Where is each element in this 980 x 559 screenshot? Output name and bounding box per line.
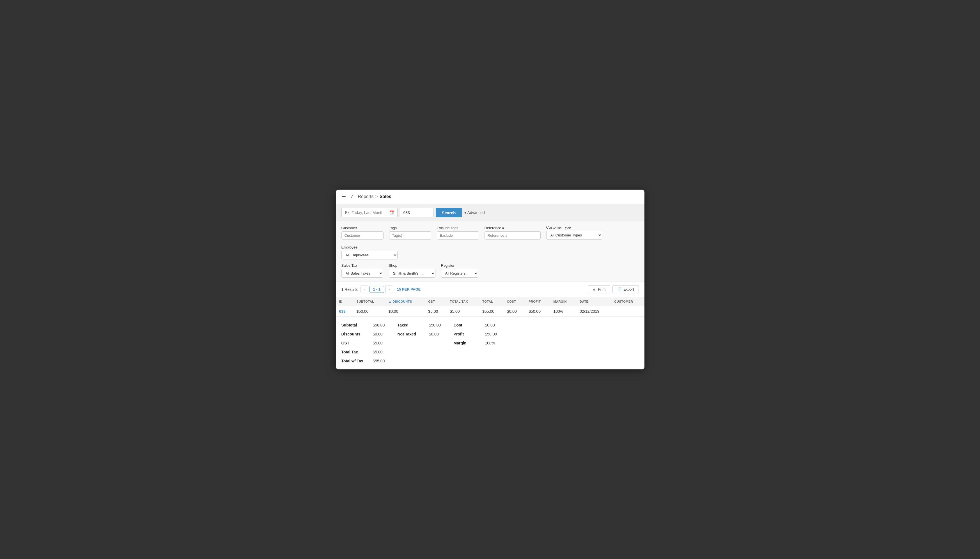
reference-filter-group: Reference # [485,226,541,240]
summary-not-taxed-value: $0.00 [429,332,439,336]
summary-total-tax-label: Total Tax [341,350,369,354]
col-date: DATE [576,297,611,306]
breadcrumb-separator: > [376,194,378,199]
cell-date: 02/12/2019 [576,306,611,317]
summary-margin-value: 100% [485,341,495,345]
pagination: ‹ 1 - 1 › [361,286,393,293]
print-button[interactable]: 🖨 Print [588,285,610,293]
summary-margin: Margin 100% [454,339,510,347]
export-icon: 📄 [617,287,622,291]
search-button[interactable]: Search [436,208,462,217]
cell-profit: $50.00 [525,306,550,317]
summary-profit-value: $50.00 [485,332,497,336]
sales-table: ID SUBTOTAL ▲ DISCOUNTS GST TOTAL TAX TO… [336,297,644,317]
calendar-icon: 📅 [389,210,394,215]
customer-type-label: Customer Type [546,225,603,230]
customer-type-select[interactable]: All Customer Types [546,231,603,240]
customer-label: Customer [341,226,384,230]
summary-total-with-tax-value: $55.00 [373,359,385,363]
col-customer: CUSTOMER [611,297,644,306]
shop-filter-group: Shop Smith & Smith's ... [389,263,435,278]
export-button[interactable]: 📄 Export [612,285,639,293]
sales-tax-label: Sales Tax [341,263,383,268]
col-gst: GST [425,297,446,306]
summary-not-taxed-label: Not Taxed [397,332,425,336]
summary-total-with-tax: Total w/ Tax $55.00 [341,357,397,365]
register-label: Register [441,263,478,268]
summary-taxed-label: Taxed [397,323,425,327]
advanced-label: Advanced [467,210,485,215]
summary-grid: Subtotal $50.00 Taxed $50.00 Cost $0.00 … [341,321,639,365]
summary-empty-2 [397,348,454,356]
summary-profit: Profit $50.00 [454,330,510,338]
next-page-button[interactable]: › [385,286,393,293]
page-current: 1 - 1 [369,286,384,293]
shop-select[interactable]: Smith & Smith's ... [389,269,435,278]
col-discounts[interactable]: ▲ DISCOUNTS [385,297,425,306]
breadcrumb-current: Sales [380,194,391,199]
date-input[interactable] [345,210,384,215]
shop-label: Shop [389,263,435,268]
exclude-tags-label: Exclude Tags [437,226,479,230]
cell-total-tax: $5.00 [447,306,479,317]
sales-tax-filter-group: Sales Tax All Sales Taxes [341,263,383,278]
col-total: TOTAL [479,297,503,306]
summary-discounts: Discounts $0.00 [341,330,397,338]
exclude-tags-input[interactable] [437,232,479,240]
reference-input[interactable] [485,232,541,240]
results-bar: 1 Results ‹ 1 - 1 › 15 PER PAGE 🖨 Print … [336,282,644,297]
summary-not-taxed: Not Taxed $0.00 [397,330,454,338]
date-input-wrapper[interactable]: 📅 [341,208,397,217]
cell-margin: 100% [550,306,576,317]
register-select[interactable]: All Registers [441,269,478,278]
cell-subtotal: $50.00 [353,306,385,317]
summary-subtotal: Subtotal $50.00 [341,321,397,329]
customer-type-filter-group: Customer Type All Customer Types [546,225,603,240]
summary-taxed: Taxed $50.00 [397,321,454,329]
logo-icon: ✓ [350,194,354,200]
summary-margin-label: Margin [454,341,482,345]
print-icon: 🖨 [593,287,596,291]
customer-filter-group: Customer [341,226,384,240]
prev-page-button[interactable]: ‹ [361,286,368,293]
cell-customer [611,306,644,317]
reference-label: Reference # [485,226,541,230]
print-label: Print [598,287,606,291]
cell-gst: $5.00 [425,306,446,317]
col-id: ID [336,297,353,306]
summary-gst: GST $5.00 [341,339,397,347]
chevron-down-icon: ▾ [464,210,466,215]
search-input[interactable] [400,208,434,217]
sales-tax-select[interactable]: All Sales Taxes [341,269,383,278]
summary-cost-label: Cost [454,323,482,327]
summary-taxed-value: $50.00 [429,323,441,327]
summary-cost: Cost $0.00 [454,321,510,329]
cell-total: $55.00 [479,306,503,317]
export-label: Export [623,287,634,291]
filters-row-2: Sales Tax All Sales Taxes Shop Smith & S… [341,263,639,278]
summary-profit-label: Profit [454,332,482,336]
employee-select[interactable]: All Employees [341,251,397,260]
summary-empty-1 [397,339,454,347]
header: ☰ ✓ Reports > Sales [336,190,644,204]
tags-input[interactable] [389,232,431,240]
summary-subtotal-label: Subtotal [341,323,369,327]
employee-filter-group: Employee All Employees [341,245,397,260]
table-container: ID SUBTOTAL ▲ DISCOUNTS GST TOTAL TAX TO… [336,297,644,317]
per-page-selector[interactable]: 15 PER PAGE [397,287,420,291]
sale-id-link[interactable]: 633 [339,309,346,314]
summary-subtotal-value: $50.00 [373,323,385,327]
advanced-button[interactable]: ▾ Advanced [464,210,485,215]
summary-total-tax-value: $5.00 [373,350,383,354]
cell-id: 633 [336,306,353,317]
tags-label: Tags [389,226,431,230]
cell-cost: $0.00 [503,306,525,317]
customer-input[interactable] [341,232,384,240]
filters-area: Customer Tags Exclude Tags Reference # C… [336,221,644,282]
tags-filter-group: Tags [389,226,431,240]
col-profit: PROFIT [525,297,550,306]
hamburger-icon[interactable]: ☰ [341,194,346,199]
breadcrumb-parent[interactable]: Reports [358,194,374,199]
results-actions: 🖨 Print 📄 Export [588,285,639,293]
summary-total-with-tax-label: Total w/ Tax [341,359,369,363]
